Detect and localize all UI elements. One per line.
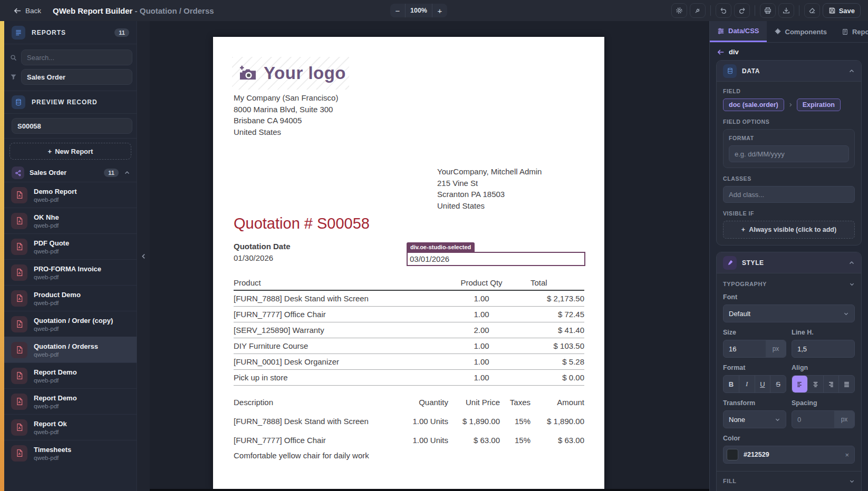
report-list-item[interactable]: Report Demo qweb-pdf: [4, 362, 137, 388]
line-height-input[interactable]: [792, 340, 854, 357]
quotation-date-label[interactable]: Quotation Date: [234, 242, 291, 251]
back-button[interactable]: Back: [14, 7, 41, 15]
preview-record-input[interactable]: [12, 118, 132, 134]
text-color-swatch[interactable]: [727, 449, 738, 460]
product-table-row[interactable]: [FURN_7888] Desk Stand with Screen 1.00 …: [234, 291, 584, 307]
text-color-control[interactable]: #212529 ×: [723, 446, 855, 464]
field-pill-root[interactable]: doc (sale.order): [723, 99, 784, 111]
chevron-up-icon[interactable]: [848, 68, 855, 74]
format-label: Format: [723, 364, 786, 371]
product-table-row[interactable]: [SERV_125890] Warranty 2.00 $ 41.40: [234, 322, 584, 338]
report-item-title: Quotation / Orderss: [34, 342, 98, 350]
report-list-item[interactable]: Product Demo qweb-pdf: [4, 285, 137, 311]
report-list-item[interactable]: PRO-FORMA Invoice qweb-pdf: [4, 259, 137, 285]
report-list-item[interactable]: OK Nhe qweb-pdf: [4, 208, 137, 233]
collapse-chevron-left-icon[interactable]: [140, 253, 147, 260]
align-right-button[interactable]: [824, 376, 840, 392]
cell-total: $ 5.28: [524, 357, 584, 366]
transform-select[interactable]: None: [723, 410, 786, 428]
download-button[interactable]: [778, 3, 794, 18]
company-logo-placeholder[interactable]: Your logo: [232, 57, 349, 90]
settings-button[interactable]: [671, 3, 687, 18]
data-card-title: DATA: [742, 67, 843, 75]
order-lines-table[interactable]: Description Quantity Unit Price Taxes Am…: [234, 392, 584, 461]
product-table-row[interactable]: [FURN_0001] Desk Organizer 1.00 $ 5.28: [234, 354, 584, 370]
print-button[interactable]: [760, 3, 776, 18]
clear-color-icon[interactable]: ×: [845, 451, 849, 459]
spacing-label: Spacing: [792, 399, 855, 407]
pin-button[interactable]: [690, 3, 706, 18]
quotation-title[interactable]: Quotation # S00058: [234, 215, 370, 232]
bold-button[interactable]: B: [724, 376, 739, 392]
report-list-item[interactable]: Report Ok qweb-pdf: [4, 414, 137, 440]
breadcrumb-element[interactable]: div: [729, 48, 739, 56]
product-table-header: Product Product Qty Total: [234, 275, 584, 291]
order-line-row[interactable]: [FURN_7888] Desk Stand with Screen 1.00 …: [234, 411, 584, 430]
tab-data-css[interactable]: Data/CSS: [710, 21, 767, 42]
italic-button[interactable]: I: [739, 376, 755, 392]
line-height-label: Line H.: [792, 329, 855, 336]
zoom-in-button[interactable]: +: [432, 4, 447, 17]
report-list-item[interactable]: Quotation / Order (copy) qweb-pdf: [4, 311, 137, 337]
group-count-badge: 11: [104, 169, 119, 177]
align-center-button[interactable]: [808, 376, 824, 392]
tab-report[interactable]: Report: [834, 21, 868, 42]
classes-input[interactable]: [723, 186, 855, 203]
size-input[interactable]: [724, 340, 766, 357]
report-list-item[interactable]: Demo Report qweb-pdf: [4, 182, 137, 208]
search-input[interactable]: [21, 50, 132, 65]
product-table-row[interactable]: Pick up in store 1.00 $ 0.00: [234, 370, 584, 386]
customer-address[interactable]: YourCompany, Mitchell Admin 215 Vine St …: [437, 166, 542, 211]
cell-total: $ 72.45: [524, 310, 584, 319]
top-bar: Back QWeb Report Builder - Quotation / O…: [0, 0, 868, 21]
underline-button[interactable]: U: [755, 376, 771, 392]
expiration-date-field-selected[interactable]: 03/01/2026: [407, 252, 585, 266]
tab-data-css-label: Data/CSS: [728, 27, 759, 35]
order-line-row[interactable]: [FURN_7777] Office Chair 1.00 Units $ 63…: [234, 430, 584, 449]
search-icon: [9, 54, 17, 62]
new-report-label: New Report: [55, 148, 93, 155]
report-list-item[interactable]: Quotation / Orderss qweb-pdf: [4, 337, 137, 362]
chevron-up-icon[interactable]: [848, 260, 855, 266]
save-button[interactable]: Save: [823, 3, 861, 18]
align-left-button[interactable]: [792, 376, 808, 392]
align-justify-button[interactable]: [839, 376, 854, 392]
chevron-down-icon[interactable]: [849, 281, 855, 287]
model-filter-select[interactable]: Sales Order: [21, 69, 132, 85]
font-select[interactable]: Default: [723, 305, 855, 322]
breadcrumb-back-arrow-icon[interactable]: [717, 48, 725, 56]
fill-section-row[interactable]: FILL: [723, 478, 855, 484]
report-page[interactable]: Your logo My Company (San Francisco) 800…: [213, 37, 604, 489]
quotation-date-value[interactable]: 01/30/2026: [234, 253, 273, 262]
report-list-item[interactable]: Report Demo qweb-pdf: [4, 388, 137, 414]
zoom-out-button[interactable]: −: [390, 4, 405, 17]
product-table-row[interactable]: DIY Furniture Course 1.00 $ 103.50: [234, 338, 584, 354]
new-report-button[interactable]: + New Report: [9, 143, 131, 160]
zoom-level: 100%: [405, 4, 432, 17]
chevron-down-icon: [843, 311, 849, 317]
reports-header-label: REPORTS: [32, 29, 108, 36]
cell-qty: 1.00: [439, 357, 524, 366]
undo-button[interactable]: [716, 3, 731, 18]
redo-button[interactable]: [734, 3, 750, 18]
product-table-row[interactable]: [FURN_7777] Office Chair 1.00 $ 72.45: [234, 307, 584, 322]
tab-components[interactable]: Components: [767, 21, 834, 42]
report-list-item[interactable]: PDF Quote qweb-pdf: [4, 233, 137, 259]
data-card-header[interactable]: DATA: [717, 61, 861, 82]
report-list-item[interactable]: Timesheets qweb-pdf: [4, 440, 137, 466]
eraser-button[interactable]: [804, 3, 820, 18]
field-pill-leaf[interactable]: Expiration: [797, 99, 841, 111]
sales-order-group-header[interactable]: Sales Order 11: [4, 164, 137, 182]
strikethrough-button[interactable]: S: [770, 376, 786, 392]
product-table[interactable]: Product Product Qty Total [FURN_7888] De…: [234, 275, 584, 386]
pdf-file-icon: [11, 213, 27, 229]
format-input[interactable]: [729, 145, 849, 162]
typography-section-row[interactable]: TYPOGRAPHY: [723, 281, 855, 287]
visible-if-add-button[interactable]: + Always visible (click to add): [723, 221, 855, 239]
chevron-down-icon[interactable]: [849, 478, 855, 484]
spacing-input[interactable]: [792, 411, 834, 428]
chevron-up-icon[interactable]: [124, 170, 130, 176]
font-select-value: Default: [729, 310, 843, 318]
company-address[interactable]: My Company (San Francisco) 8000 Marina B…: [234, 92, 338, 138]
style-card-header[interactable]: STYLE: [717, 252, 861, 273]
